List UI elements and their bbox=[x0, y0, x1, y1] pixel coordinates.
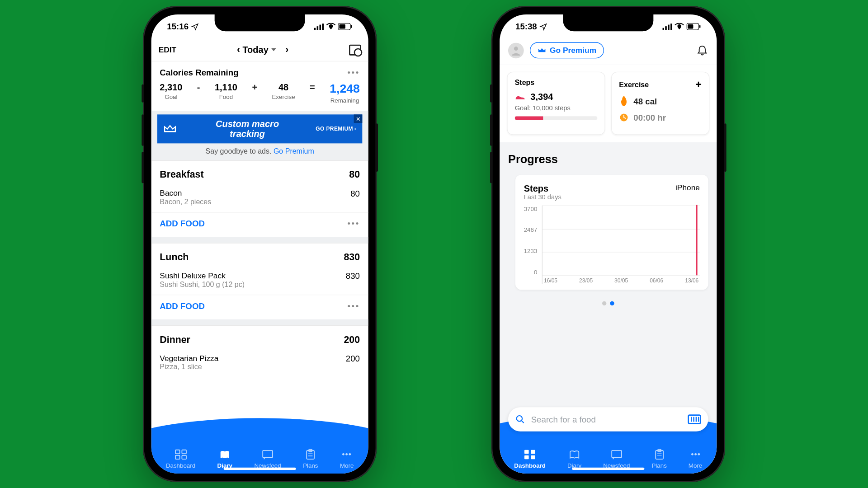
tab-diary[interactable]: Diary bbox=[217, 449, 232, 469]
meal-lunch: Lunch 830 Sushi Deluxe Pack Sushi Sushi,… bbox=[151, 243, 368, 319]
tab-more[interactable]: More bbox=[689, 449, 702, 469]
ad-subtext: Say goodbye to ads. Go Premium bbox=[157, 147, 362, 155]
svg-rect-21 bbox=[665, 26, 667, 29]
svg-rect-32 bbox=[531, 450, 536, 454]
remaining-calories: 1,248 Remaining bbox=[330, 82, 360, 103]
food-item[interactable]: Sushi Deluxe Pack Sushi Sushi, 100 g (12… bbox=[151, 268, 368, 294]
svg-rect-35 bbox=[612, 450, 622, 458]
svg-rect-34 bbox=[531, 455, 536, 459]
meal-breakfast: Breakfast 80 Bacon Bacon, 2 pieces 80 AD… bbox=[151, 160, 368, 236]
tab-dashboard[interactable]: Dashboard bbox=[514, 449, 546, 469]
svg-rect-11 bbox=[263, 450, 273, 458]
calories-remaining-title: Calories Remaining bbox=[160, 67, 238, 77]
newsfeed-icon bbox=[261, 449, 274, 460]
go-premium-button[interactable]: Go Premium bbox=[530, 42, 604, 58]
wifi-icon bbox=[326, 23, 335, 30]
cellular-icon bbox=[662, 23, 672, 30]
search-icon bbox=[515, 414, 525, 424]
svg-point-27 bbox=[514, 46, 518, 50]
search-placeholder: Search for a food bbox=[531, 414, 688, 424]
cellular-icon bbox=[314, 23, 324, 30]
svg-rect-9 bbox=[175, 455, 180, 459]
date-label[interactable]: Today bbox=[242, 45, 268, 55]
svg-rect-20 bbox=[662, 28, 664, 30]
svg-rect-33 bbox=[524, 455, 529, 459]
ad-close-button[interactable]: ✕ bbox=[354, 114, 363, 123]
crown-icon bbox=[538, 47, 546, 54]
add-food-button[interactable]: ADD FOOD bbox=[160, 301, 205, 310]
phone-diary: 15:16 EDIT ‹ Today bbox=[143, 6, 377, 482]
status-time: 15:16 bbox=[167, 22, 189, 31]
svg-rect-2 bbox=[320, 24, 321, 30]
more-icon bbox=[340, 449, 353, 460]
svg-point-42 bbox=[698, 453, 700, 455]
steps-chart-card[interactable]: Steps Last 30 days iPhone 3700 2467 1233 bbox=[515, 175, 708, 290]
svg-rect-31 bbox=[524, 450, 529, 454]
food-item[interactable]: Bacon Bacon, 2 pieces 80 bbox=[151, 186, 368, 211]
dashboard-icon bbox=[523, 449, 536, 460]
tab-dashboard[interactable]: Dashboard bbox=[166, 449, 195, 469]
tab-newsfeed[interactable]: Newsfeed bbox=[603, 449, 630, 469]
phone-dashboard: 15:38 Go Premium bbox=[491, 6, 725, 482]
tab-plans[interactable]: Plans bbox=[651, 449, 666, 469]
food-calories: 1,110 Food bbox=[215, 82, 237, 100]
svg-rect-23 bbox=[670, 23, 672, 30]
next-day-button[interactable]: › bbox=[285, 44, 288, 55]
diary-icon bbox=[568, 449, 581, 460]
diary-icon bbox=[218, 449, 231, 460]
flame-icon bbox=[619, 96, 628, 107]
location-icon bbox=[539, 23, 547, 30]
svg-point-29 bbox=[517, 416, 522, 421]
svg-point-17 bbox=[343, 453, 345, 455]
tab-more[interactable]: More bbox=[340, 449, 354, 469]
svg-point-19 bbox=[349, 453, 351, 455]
add-exercise-button[interactable]: + bbox=[695, 78, 702, 91]
progress-title: Progress bbox=[508, 153, 708, 166]
food-search[interactable]: Search for a food bbox=[508, 407, 708, 431]
exercise-card[interactable]: Exercise+ 48 cal 00:00 hr bbox=[611, 72, 709, 135]
meal-more-button[interactable]: ••• bbox=[347, 301, 360, 310]
svg-point-41 bbox=[694, 453, 697, 455]
svg-rect-6 bbox=[351, 25, 352, 28]
dropdown-icon[interactable] bbox=[271, 47, 277, 52]
svg-rect-8 bbox=[182, 450, 186, 454]
crown-icon bbox=[163, 124, 176, 133]
tab-newsfeed[interactable]: Newsfeed bbox=[254, 449, 281, 469]
avatar[interactable] bbox=[508, 42, 524, 58]
add-food-button[interactable]: ADD FOOD bbox=[160, 218, 205, 228]
edit-button[interactable]: EDIT bbox=[159, 45, 176, 54]
clock-icon bbox=[619, 113, 628, 122]
tab-bar: Dashboard Diary Newsfeed bbox=[500, 449, 717, 469]
location-icon bbox=[191, 23, 198, 30]
tab-plans[interactable]: Plans bbox=[303, 449, 318, 469]
barcode-scan-button[interactable] bbox=[688, 414, 701, 424]
battery-icon bbox=[338, 23, 353, 30]
battery-icon bbox=[687, 23, 701, 30]
go-premium-link[interactable]: Go Premium bbox=[274, 147, 314, 155]
svg-point-40 bbox=[691, 453, 693, 455]
plans-icon bbox=[304, 449, 317, 460]
svg-point-18 bbox=[346, 453, 348, 455]
svg-rect-3 bbox=[322, 23, 324, 30]
svg-rect-22 bbox=[668, 24, 670, 30]
steps-progress bbox=[515, 116, 598, 120]
user-icon bbox=[510, 44, 522, 56]
newsfeed-icon bbox=[610, 449, 623, 460]
tab-diary[interactable]: Diary bbox=[567, 449, 581, 469]
nutrition-detail-icon[interactable] bbox=[349, 44, 361, 55]
prev-day-button[interactable]: ‹ bbox=[237, 44, 240, 55]
svg-rect-5 bbox=[339, 24, 345, 29]
meal-more-button[interactable]: ••• bbox=[347, 218, 360, 228]
steps-card[interactable]: Steps 3,394 Goal: 10,000 steps bbox=[507, 72, 605, 135]
chart-pager[interactable] bbox=[508, 297, 708, 308]
food-item[interactable]: Vegetarian Pizza Pizza, 1 slice 200 bbox=[151, 351, 368, 377]
shoe-icon bbox=[515, 93, 526, 101]
meal-dinner: Dinner 200 Vegetarian Pizza Pizza, 1 sli… bbox=[151, 325, 368, 377]
premium-ad-banner[interactable]: Custom macrotracking GO PREMIUM› ✕ bbox=[157, 114, 362, 143]
notifications-icon[interactable] bbox=[696, 44, 708, 57]
calories-more-button[interactable]: ••• bbox=[347, 67, 360, 77]
svg-rect-0 bbox=[314, 28, 316, 30]
tab-bar: Dashboard Diary Newsfeed Plans bbox=[151, 449, 368, 469]
wifi-icon bbox=[675, 23, 684, 30]
goal-calories: 2,310 Goal bbox=[160, 82, 182, 100]
